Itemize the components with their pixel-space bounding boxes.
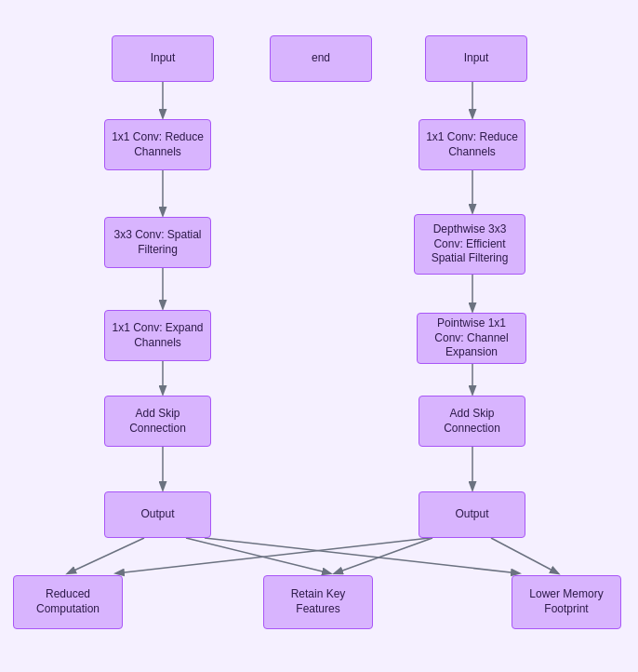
right-output-node: Output xyxy=(419,491,525,538)
right-skip-node: Add Skip Connection xyxy=(419,396,525,447)
left-input-node: Input xyxy=(112,35,214,82)
svg-line-11 xyxy=(68,538,144,573)
left-conv3-node: 1x1 Conv: Expand Channels xyxy=(104,310,211,361)
right-conv1-node: 1x1 Conv: Reduce Channels xyxy=(419,119,525,170)
left-conv1-node: 1x1 Conv: Reduce Channels xyxy=(104,119,211,170)
left-skip-node: Add Skip Connection xyxy=(104,396,211,447)
arrows-svg xyxy=(0,0,638,672)
left-output-node: Output xyxy=(104,491,211,538)
svg-line-16 xyxy=(116,538,430,573)
right-conv3-node: Pointwise 1x1 Conv: Channel Expansion xyxy=(417,313,526,364)
left-conv2-node: 3x3 Conv: Spatial Filtering xyxy=(104,217,211,268)
right-conv2-node: Depthwise 3x3 Conv: Efficient Spatial Fi… xyxy=(414,214,525,275)
center-end-node: end xyxy=(270,35,372,82)
retain-features-node: Retain Key Features xyxy=(263,575,373,629)
lower-memory-node: Lower Memory Footprint xyxy=(512,575,621,629)
svg-line-12 xyxy=(186,538,330,573)
diagram-container: Input 1x1 Conv: Reduce Channels 3x3 Conv… xyxy=(0,0,638,672)
svg-line-14 xyxy=(491,538,558,573)
svg-line-15 xyxy=(205,538,519,573)
right-input-node: Input xyxy=(425,35,527,82)
svg-line-13 xyxy=(335,538,432,573)
reduced-computation-node: Reduced Computation xyxy=(13,575,123,629)
